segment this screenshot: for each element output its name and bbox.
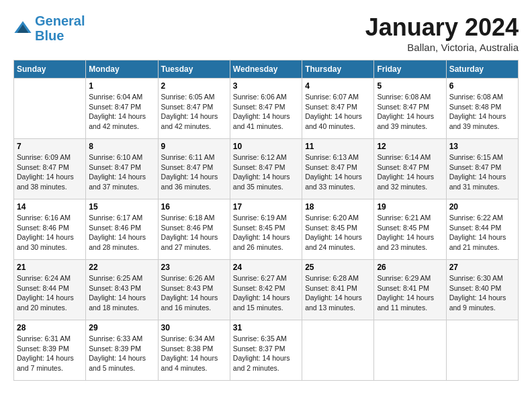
day-number: 1	[89, 81, 154, 91]
day-number: 22	[89, 263, 154, 272]
calendar-day-cell: 29Sunrise: 6:33 AM Sunset: 8:39 PM Dayli…	[86, 320, 158, 381]
calendar-day-cell: 28Sunrise: 6:31 AM Sunset: 8:39 PM Dayli…	[14, 320, 86, 381]
day-info: Sunrise: 6:15 AM Sunset: 8:47 PM Dayligh…	[449, 152, 515, 192]
day-number: 16	[161, 202, 227, 212]
day-number: 10	[233, 142, 299, 151]
calendar-day-cell: 8Sunrise: 6:10 AM Sunset: 8:47 PM Daylig…	[86, 139, 158, 199]
day-info: Sunrise: 6:12 AM Sunset: 8:47 PM Dayligh…	[233, 152, 299, 192]
day-info: Sunrise: 6:19 AM Sunset: 8:45 PM Dayligh…	[233, 213, 299, 253]
day-number: 17	[233, 202, 299, 212]
day-number: 29	[89, 323, 154, 332]
day-info: Sunrise: 6:24 AM Sunset: 8:44 PM Dayligh…	[17, 273, 83, 313]
day-number: 20	[449, 202, 515, 212]
day-info: Sunrise: 6:27 AM Sunset: 8:42 PM Dayligh…	[233, 273, 299, 313]
day-info: Sunrise: 6:25 AM Sunset: 8:43 PM Dayligh…	[89, 273, 154, 313]
day-info: Sunrise: 6:07 AM Sunset: 8:47 PM Dayligh…	[305, 92, 371, 132]
day-info: Sunrise: 6:30 AM Sunset: 8:40 PM Dayligh…	[449, 273, 515, 313]
calendar-day-cell: 6Sunrise: 6:08 AM Sunset: 8:48 PM Daylig…	[446, 79, 518, 139]
weekday-header: Monday	[86, 60, 158, 79]
day-info: Sunrise: 6:26 AM Sunset: 8:43 PM Dayligh…	[161, 273, 227, 313]
calendar-day-cell: 13Sunrise: 6:15 AM Sunset: 8:47 PM Dayli…	[446, 139, 518, 199]
calendar-day-cell: 5Sunrise: 6:08 AM Sunset: 8:47 PM Daylig…	[374, 79, 446, 139]
day-number: 21	[17, 263, 83, 272]
weekday-header: Tuesday	[158, 60, 230, 79]
calendar-day-cell: 21Sunrise: 6:24 AM Sunset: 8:44 PM Dayli…	[14, 260, 86, 320]
calendar-day-cell: 3Sunrise: 6:06 AM Sunset: 8:47 PM Daylig…	[230, 79, 302, 139]
day-number: 26	[377, 263, 443, 272]
calendar-day-cell: 11Sunrise: 6:13 AM Sunset: 8:47 PM Dayli…	[302, 139, 374, 199]
day-number: 14	[17, 202, 83, 212]
calendar-day-cell: 1Sunrise: 6:04 AM Sunset: 8:47 PM Daylig…	[86, 79, 158, 139]
weekday-header: Wednesday	[230, 60, 302, 79]
location-subtitle: Ballan, Victoria, Australia	[365, 42, 519, 53]
calendar-header: SundayMondayTuesdayWednesdayThursdayFrid…	[14, 60, 519, 79]
day-number: 23	[161, 263, 227, 272]
calendar-day-cell: 14Sunrise: 6:16 AM Sunset: 8:46 PM Dayli…	[14, 199, 86, 260]
day-number: 13	[449, 142, 515, 151]
calendar-day-cell	[374, 320, 446, 381]
day-info: Sunrise: 6:21 AM Sunset: 8:45 PM Dayligh…	[377, 213, 443, 253]
weekday-header: Saturday	[446, 60, 518, 79]
day-info: Sunrise: 6:13 AM Sunset: 8:47 PM Dayligh…	[305, 152, 371, 192]
page-header: General Blue January 2024 Ballan, Victor…	[13, 13, 519, 53]
day-number: 30	[161, 323, 227, 332]
logo-line2: Blue	[35, 28, 64, 43]
day-number: 4	[305, 81, 371, 91]
day-number: 8	[89, 142, 154, 151]
day-info: Sunrise: 6:14 AM Sunset: 8:47 PM Dayligh…	[377, 152, 443, 192]
day-info: Sunrise: 6:05 AM Sunset: 8:47 PM Dayligh…	[161, 92, 227, 132]
day-info: Sunrise: 6:28 AM Sunset: 8:41 PM Dayligh…	[305, 273, 371, 313]
calendar-day-cell: 22Sunrise: 6:25 AM Sunset: 8:43 PM Dayli…	[86, 260, 158, 320]
day-info: Sunrise: 6:35 AM Sunset: 8:37 PM Dayligh…	[233, 334, 299, 373]
calendar-week-row: 7Sunrise: 6:09 AM Sunset: 8:47 PM Daylig…	[14, 139, 519, 199]
day-number: 31	[233, 323, 299, 332]
calendar-table: SundayMondayTuesdayWednesdayThursdayFrid…	[13, 60, 519, 381]
day-number: 27	[449, 263, 515, 272]
calendar-week-row: 1Sunrise: 6:04 AM Sunset: 8:47 PM Daylig…	[14, 79, 519, 139]
calendar-day-cell: 4Sunrise: 6:07 AM Sunset: 8:47 PM Daylig…	[302, 79, 374, 139]
calendar-day-cell: 26Sunrise: 6:29 AM Sunset: 8:41 PM Dayli…	[374, 260, 446, 320]
day-number: 2	[161, 81, 227, 91]
day-number: 28	[17, 323, 83, 332]
day-number: 19	[377, 202, 443, 212]
day-info: Sunrise: 6:06 AM Sunset: 8:47 PM Dayligh…	[233, 92, 299, 132]
calendar-day-cell: 24Sunrise: 6:27 AM Sunset: 8:42 PM Dayli…	[230, 260, 302, 320]
day-number: 12	[377, 142, 443, 151]
day-number: 9	[161, 142, 227, 151]
calendar-day-cell: 20Sunrise: 6:22 AM Sunset: 8:44 PM Dayli…	[446, 199, 518, 260]
day-info: Sunrise: 6:09 AM Sunset: 8:47 PM Dayligh…	[17, 152, 83, 192]
weekday-row: SundayMondayTuesdayWednesdayThursdayFrid…	[14, 60, 519, 79]
calendar-week-row: 14Sunrise: 6:16 AM Sunset: 8:46 PM Dayli…	[14, 199, 519, 260]
logo-icon	[13, 19, 32, 38]
day-info: Sunrise: 6:22 AM Sunset: 8:44 PM Dayligh…	[449, 213, 515, 253]
day-info: Sunrise: 6:31 AM Sunset: 8:39 PM Dayligh…	[17, 334, 83, 373]
day-info: Sunrise: 6:04 AM Sunset: 8:47 PM Dayligh…	[89, 92, 154, 132]
calendar-day-cell	[302, 320, 374, 381]
calendar-day-cell: 30Sunrise: 6:34 AM Sunset: 8:38 PM Dayli…	[158, 320, 230, 381]
weekday-header: Thursday	[302, 60, 374, 79]
calendar-week-row: 21Sunrise: 6:24 AM Sunset: 8:44 PM Dayli…	[14, 260, 519, 320]
weekday-header: Friday	[374, 60, 446, 79]
day-number: 3	[233, 81, 299, 91]
calendar-day-cell: 12Sunrise: 6:14 AM Sunset: 8:47 PM Dayli…	[374, 139, 446, 199]
day-number: 25	[305, 263, 371, 272]
calendar-day-cell: 27Sunrise: 6:30 AM Sunset: 8:40 PM Dayli…	[446, 260, 518, 320]
day-info: Sunrise: 6:20 AM Sunset: 8:45 PM Dayligh…	[305, 213, 371, 253]
day-info: Sunrise: 6:10 AM Sunset: 8:47 PM Dayligh…	[89, 152, 154, 192]
title-block: January 2024 Ballan, Victoria, Australia	[365, 13, 519, 53]
day-info: Sunrise: 6:33 AM Sunset: 8:39 PM Dayligh…	[89, 334, 154, 373]
calendar-day-cell	[14, 79, 86, 139]
logo: General Blue	[13, 13, 85, 43]
calendar-day-cell: 15Sunrise: 6:17 AM Sunset: 8:46 PM Dayli…	[86, 199, 158, 260]
month-title: January 2024	[365, 13, 519, 42]
calendar-day-cell: 23Sunrise: 6:26 AM Sunset: 8:43 PM Dayli…	[158, 260, 230, 320]
calendar-day-cell: 19Sunrise: 6:21 AM Sunset: 8:45 PM Dayli…	[374, 199, 446, 260]
calendar-day-cell: 7Sunrise: 6:09 AM Sunset: 8:47 PM Daylig…	[14, 139, 86, 199]
day-info: Sunrise: 6:11 AM Sunset: 8:47 PM Dayligh…	[161, 152, 227, 192]
calendar-day-cell: 16Sunrise: 6:18 AM Sunset: 8:46 PM Dayli…	[158, 199, 230, 260]
logo-text: General Blue	[35, 13, 85, 43]
weekday-header: Sunday	[14, 60, 86, 79]
day-number: 7	[17, 142, 83, 151]
day-number: 5	[377, 81, 443, 91]
calendar-day-cell: 10Sunrise: 6:12 AM Sunset: 8:47 PM Dayli…	[230, 139, 302, 199]
